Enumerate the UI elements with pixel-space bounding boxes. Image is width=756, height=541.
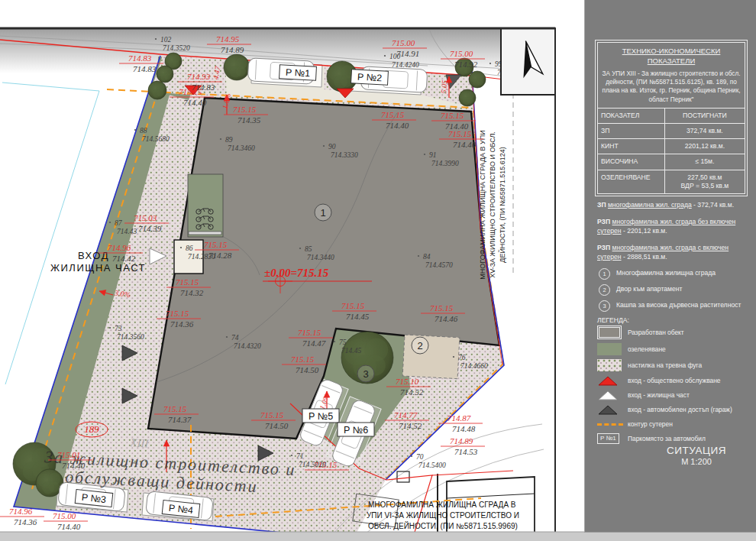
key-item-2: 2Двор към апартамент — [599, 285, 748, 296]
svg-text:102: 102 — [160, 36, 172, 44]
key-circle-1: 1 — [599, 268, 610, 280]
svg-text:75: 75 — [339, 339, 347, 346]
svg-text:715.03: 715.03 — [134, 213, 157, 222]
svg-text:714.40: 714.40 — [386, 121, 409, 130]
svg-text:714.48: 714.48 — [452, 424, 476, 433]
svg-text:715.15: 715.15 — [430, 303, 454, 313]
indicators-table: ТЕХНИКО-ИКОНОМИЧЕСКИ ПОКАЗАТЕЛИ ЗА УПИ X… — [595, 40, 748, 196]
legend-label: озеленяване — [628, 345, 666, 354]
orange-dash-icon — [597, 423, 623, 426]
parking-spot-swatch: Р №1 — [597, 433, 619, 444]
apartment-yard — [402, 335, 460, 379]
svg-text:715.15: 715.15 — [441, 111, 464, 120]
note-underline: многофамилна жил. сграда — [608, 201, 692, 209]
key-text: Многофамилна жилищна сграда — [616, 269, 716, 277]
svg-text:715.15: 715.15 — [298, 328, 321, 337]
table-title-line2: ПОКАЗАТЕЛИ — [648, 57, 696, 65]
svg-text:714.32: 714.32 — [180, 288, 204, 297]
svg-text:715.15: 715.15 — [381, 110, 405, 119]
svg-text:XV-ЗА ЖИЛИЩНО СТРОИТЕЛСТВО И О: XV-ЗА ЖИЛИЩНО СТРОИТЕЛСТВО И ОБСЛ. — [489, 131, 496, 278]
svg-text:714.39: 714.39 — [138, 224, 162, 233]
table-subtitle: ЗА УПИ XIII - За жилищно строителство и … — [598, 68, 745, 108]
svg-text:715.01: 715.01 — [57, 450, 80, 459]
row-label: ОЗЕЛЕНЯВАНЕ — [598, 170, 665, 193]
table-row: ОЗЕЛЕНЯВАНЕ 227,50 кв.м ВДР = 53,5 кв.м — [598, 170, 745, 193]
svg-text:90: 90 — [328, 143, 336, 151]
svg-text:Р №2: Р №2 — [357, 72, 383, 84]
note-term: РЗП — [597, 218, 610, 225]
key-text: Двор към апартамент — [616, 285, 682, 293]
svg-text:714.3440: 714.3440 — [307, 254, 334, 261]
tree-icon — [469, 71, 486, 88]
svg-text:2: 2 — [417, 340, 422, 351]
svg-text:714.2830: 714.2830 — [188, 253, 215, 261]
note-rzp2: РЗП многофамилна жил. сграда с включен с… — [597, 243, 747, 261]
row-value-line2: ВДР = 53,5 кв.м — [681, 182, 729, 190]
svg-text:714.4320: 714.4320 — [234, 342, 261, 350]
legend-item-green: озеленяване — [597, 343, 750, 355]
svg-text:73: 73 — [115, 325, 122, 332]
table-row: ЗП 372,74 кв.м. — [598, 123, 745, 138]
key-circle-2: 2 — [599, 284, 610, 296]
upi-number: XIII — [129, 436, 150, 450]
svg-text:714.83: 714.83 — [133, 64, 157, 73]
svg-text:714.45: 714.45 — [341, 347, 361, 355]
svg-text:715.15: 715.15 — [260, 410, 284, 420]
svg-text:714.52: 714.52 — [400, 387, 424, 397]
svg-text:ОБСЛ. ДЕЙНОСТИ, (ПИ №5871.515.: ОБСЛ. ДЕЙНОСТИ, (ПИ №5871.515.9969) — [368, 521, 518, 530]
key-circle-3: 3 — [599, 300, 610, 312]
svg-text:87: 87 — [115, 219, 123, 227]
developed-swatch — [597, 326, 622, 339]
row-label: КИНТ — [598, 139, 665, 154]
key-item-3: 3Кашпа за висока дървесна растителност — [599, 301, 748, 312]
note-rzp1: РЗП многофамилна жил. сграда без включен… — [597, 217, 747, 235]
red-triangle-icon — [597, 375, 619, 386]
tree-icon — [224, 54, 250, 80]
svg-text:714.4570: 714.4570 — [425, 261, 453, 269]
key-text: Кашпа за висока дървесна растителност — [616, 301, 741, 309]
legend-label: контур сутерен — [628, 420, 673, 429]
row-value: 372,74 кв.м. — [665, 124, 745, 138]
legend-item-developed: Разработван обект — [597, 326, 750, 339]
svg-text:МНОГОФАМИЛНА ЖИЛИЩНА СГРАДА В: МНОГОФАМИЛНА ЖИЛИЩНА СГРАДА В УПИ — [479, 130, 486, 279]
svg-text:714.43: 714.43 — [117, 228, 137, 235]
svg-text:71: 71 — [296, 452, 304, 460]
svg-text:ДЕЙНОСТИ, (ПИ №55871.515.6124): ДЕЙНОСТИ, (ПИ №55871.515.6124) — [498, 147, 506, 262]
parking-spot-label: Р №5 — [302, 409, 339, 423]
svg-text:714.96: 714.96 — [108, 243, 131, 252]
svg-text:714.77: 714.77 — [394, 410, 418, 420]
svg-text:714.3330: 714.3330 — [331, 151, 358, 159]
svg-text:714.40: 714.40 — [57, 522, 81, 531]
legend-label: вход - жилищна част — [628, 391, 690, 400]
table-title: ТЕХНИКО-ИКОНОМИЧЕСКИ ПОКАЗАТЕЛИ — [598, 43, 745, 68]
numbered-key: 1Многофамилна жилищна сграда 2Двор към а… — [599, 269, 748, 317]
row-value: ≤ 15м. — [665, 154, 745, 169]
north-arrow — [501, 28, 555, 95]
svg-text:714.89: 714.89 — [450, 436, 473, 445]
svg-text:100: 100 — [389, 53, 401, 60]
svg-text:715.15: 715.15 — [448, 129, 472, 138]
svg-text:714.3520: 714.3520 — [163, 44, 190, 52]
svg-text:88: 88 — [140, 127, 147, 134]
neighbor-bottom-label: МНОГОФАМИЛНА ЖИЛИЩНА СГРАДА В УПИ VI-ЗА … — [367, 501, 519, 530]
svg-text:714.36: 714.36 — [14, 517, 37, 526]
parking-spot-label: Р №2 — [351, 70, 389, 85]
svg-text:Р №5: Р №5 — [309, 411, 333, 422]
svg-text:714.5400: 714.5400 — [418, 462, 446, 469]
bike-parking-niche — [188, 174, 223, 237]
svg-text:714.5680: 714.5680 — [142, 135, 170, 143]
svg-text:715.15: 715.15 — [291, 355, 315, 364]
zero-level-label: ±0.00=715.15 — [264, 267, 329, 279]
svg-text:89: 89 — [225, 136, 233, 144]
slope-annotation: 5.05 — [439, 79, 448, 93]
svg-text:714.87: 714.87 — [447, 413, 471, 423]
drawing-scale: М 1:200 — [647, 457, 746, 466]
svg-text:714.50: 714.50 — [296, 365, 319, 374]
paving-swatch — [597, 359, 622, 371]
legend-item-public-entrance: вход - обществено обслужване — [597, 375, 750, 386]
svg-text:Р №1: Р №1 — [286, 67, 311, 79]
svg-text:715.15: 715.15 — [176, 277, 199, 287]
svg-text:714.4660: 714.4660 — [460, 362, 488, 370]
svg-text:74: 74 — [231, 334, 239, 342]
site-plan-sheet: ±0.00=715.15 ВХОД ЖИЛИЩНА ЧАСТ За жилищн… — [0, 0, 756, 541]
